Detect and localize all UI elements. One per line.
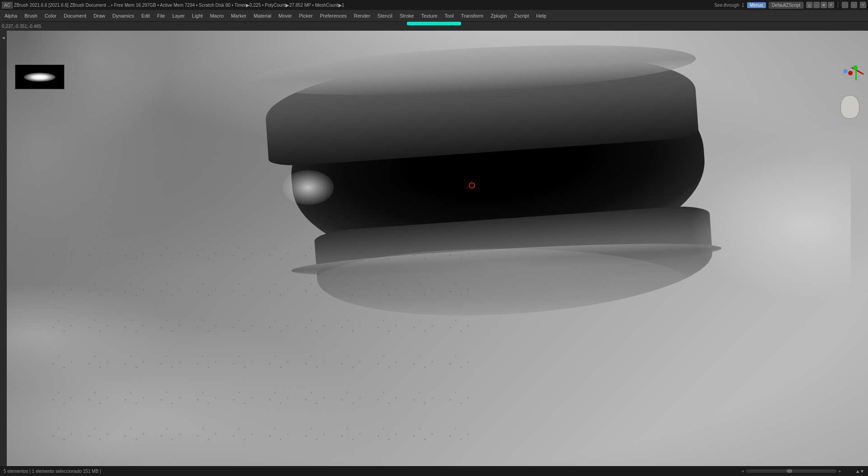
icon-head[interactable]: ◉: [821, 2, 827, 8]
status-text-left: 5 elementos | 1 elemento seleccionado 15…: [4, 469, 741, 474]
x-axis-dot: [848, 71, 853, 75]
status-right-controls: ▲▼: [842, 469, 864, 474]
progress-bar: [407, 22, 461, 25]
head-shape: [840, 95, 859, 119]
collapse-icon[interactable]: ▲▼: [855, 469, 864, 474]
minimize-button[interactable]: ─: [842, 2, 848, 8]
icon-arrows[interactable]: ↔: [813, 2, 820, 8]
title-bar-controls: See-through 1 Menus DefaultZScript ||| ↔…: [714, 2, 866, 9]
icon-grid[interactable]: ⊞: [828, 2, 834, 8]
defaultzscript-button[interactable]: DefaultZScript: [769, 2, 803, 9]
window-title: ZBrush 2021.6.6 [2021.6.6] ZBrush Docume…: [14, 3, 715, 8]
menu-texture[interactable]: Texture: [417, 11, 441, 21]
menu-bar: Alpha Brush Color Document Draw Dynamics…: [0, 10, 868, 22]
sculpt-render: [7, 31, 868, 466]
y-axis-dot: [853, 65, 858, 70]
menu-movie[interactable]: Movie: [275, 11, 295, 21]
left-panel: ◄: [0, 31, 7, 466]
menu-stroke[interactable]: Stroke: [396, 11, 418, 21]
coordinates-display: 0.237,-0.351,-0.485: [2, 24, 41, 29]
status-bar: 5 elementos | 1 elemento seleccionado 15…: [0, 466, 868, 476]
canvas-area[interactable]: [7, 31, 868, 466]
scroll-arrow-right[interactable]: ►: [838, 469, 842, 473]
menu-help[interactable]: Help: [533, 11, 550, 21]
close-button[interactable]: ✕: [860, 2, 866, 8]
scroll-track[interactable]: [746, 469, 836, 473]
menu-dynamics[interactable]: Dynamics: [109, 11, 138, 21]
see-through-label: See-through 1: [714, 3, 744, 8]
menu-brush[interactable]: Brush: [21, 11, 41, 21]
menu-render[interactable]: Render: [351, 11, 374, 21]
cursor-crosshair: [469, 182, 475, 189]
z-axis-dot: [843, 69, 848, 74]
menu-alpha[interactable]: Alpha: [1, 11, 21, 21]
menu-document[interactable]: Document: [60, 11, 90, 21]
menu-transform[interactable]: Transform: [457, 11, 487, 21]
menu-preferences[interactable]: Preferences: [316, 11, 350, 21]
left-panel-arrow[interactable]: ◄: [1, 35, 6, 40]
menu-stencil[interactable]: Stencil: [374, 11, 396, 21]
window-icon-group: ||| ↔ ◉ ⊞: [806, 2, 834, 8]
ac-button[interactable]: AC: [2, 2, 13, 9]
orientation-widget[interactable]: [827, 65, 863, 119]
brush-preview[interactable]: [15, 65, 65, 89]
brush-shape: [24, 73, 55, 82]
menu-edit[interactable]: Edit: [138, 11, 153, 21]
maximize-button[interactable]: □: [851, 2, 857, 8]
scroll-thumb[interactable]: [787, 469, 792, 473]
menu-color[interactable]: Color: [41, 11, 60, 21]
menu-file[interactable]: File: [153, 11, 169, 21]
menu-tool[interactable]: Tool: [441, 11, 457, 21]
head-silhouette: [836, 87, 863, 119]
menus-button[interactable]: Menus: [747, 2, 766, 8]
vignette: [7, 31, 868, 466]
menu-draw[interactable]: Draw: [90, 11, 109, 21]
menu-picker[interactable]: Picker: [295, 11, 317, 21]
menu-macro[interactable]: Macro: [206, 11, 227, 21]
title-bar: AC ZBrush 2021.6.6 [2021.6.6] ZBrush Doc…: [0, 0, 868, 10]
status-scrollbar[interactable]: ◄ ►: [741, 469, 842, 473]
menu-zplugin[interactable]: Zplugin: [487, 11, 510, 21]
menu-layer[interactable]: Layer: [169, 11, 189, 21]
menu-material[interactable]: Material: [250, 11, 275, 21]
menu-marker[interactable]: Marker: [227, 11, 250, 21]
scroll-arrow-left[interactable]: ◄: [741, 469, 744, 473]
icon-bars[interactable]: |||: [806, 2, 813, 8]
menu-light[interactable]: Light: [189, 11, 207, 21]
menu-zscript[interactable]: Zscript: [511, 11, 533, 21]
separator: [838, 2, 838, 8]
coordinate-bar: 0.237,-0.351,-0.485: [0, 22, 868, 31]
